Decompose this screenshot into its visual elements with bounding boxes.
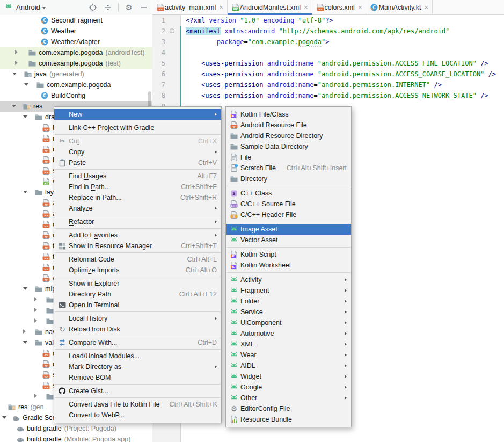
context-menu-item-convert-java-file-to-kotlin-file[interactable]: Convert Java File to Kotlin FileCtrl+Alt… [54, 399, 221, 410]
submenu-item-kotlin-worksheet[interactable]: KKotlin Worksheet [226, 260, 351, 271]
context-menu-item-reload-from-disk[interactable]: ↻Reload from Disk [54, 324, 221, 335]
tab-activity-main-xml[interactable]: <>activity_main.xml× [152, 0, 228, 15]
submenu-item-folder[interactable]: Folder [226, 296, 351, 307]
context-menu-item-analyze[interactable]: Analyze [54, 203, 221, 214]
project-view-selector[interactable]: Android [16, 3, 40, 11]
submenu-item-image-asset[interactable]: Image Asset [226, 224, 351, 235]
submenu-item-c-c-header-file[interactable]: HC/C++ Header File [226, 209, 351, 220]
chevron-expanded-icon[interactable] [12, 73, 17, 75]
context-menu-item-compare-with[interactable]: Compare With...Ctrl+D [54, 337, 221, 348]
submenu-item-service[interactable]: Service [226, 307, 351, 317]
submenu-item-wear[interactable]: Wear [226, 350, 351, 360]
close-icon[interactable]: × [304, 4, 308, 11]
submenu-item-uicomponent[interactable]: UiComponent [226, 317, 351, 328]
chevron-collapsed-icon[interactable] [34, 308, 37, 312]
context-menu-item-convert-to-webp[interactable]: Convert to WebP... [54, 410, 221, 421]
submenu-item-vector-asset[interactable]: Vector Asset [226, 235, 351, 245]
submenu-item-c-c-source-file[interactable]: C++C/C++ Source File [226, 199, 351, 209]
submenu-item-editorconfig-file[interactable]: ⚙EditorConfig File [226, 403, 351, 414]
submenu-item-kotlin-script[interactable]: KKotlin Script [226, 249, 351, 260]
submenu-item-directory[interactable]: Directory [226, 173, 351, 184]
chevron-expanded-icon[interactable] [24, 83, 28, 86]
locate-file-icon[interactable] [88, 3, 98, 12]
context-menu-item-link-c-project-with-gradle[interactable]: Link C++ Project with Gradle [54, 122, 221, 133]
context-menu-item-replace-in-path[interactable]: Replace in Path...Ctrl+Shift+R [54, 192, 221, 203]
folder-icon [230, 142, 238, 151]
chevron-expanded-icon[interactable] [23, 341, 27, 344]
chevron-expanded-icon[interactable] [23, 191, 27, 193]
context-menu-item-new[interactable]: New [54, 109, 221, 120]
context-menu-item-reformat-code[interactable]: Reformat CodeCtrl+Alt+L [54, 254, 221, 265]
submenu-item-xml[interactable]: XML [226, 339, 351, 350]
submenu-item-widget[interactable]: Widget [226, 371, 351, 382]
tree-row-java-5[interactable]: java(generated) [0, 69, 152, 79]
context-menu-item-load-unload-modules[interactable]: Load/Unload Modules... [54, 351, 221, 361]
submenu-item-fragment[interactable]: Fragment [226, 285, 351, 296]
collapse-all-icon[interactable] [103, 3, 113, 12]
chevron-collapsed-icon[interactable] [15, 61, 18, 65]
context-menu-item-optimize-imports[interactable]: Optimize ImportsCtrl+Alt+O [54, 265, 221, 276]
chevron-collapsed-icon[interactable] [34, 318, 37, 323]
android-icon [230, 372, 238, 381]
tree-row-com-example-pogoda-3[interactable]: com.example.pogoda(androidTest) [0, 47, 152, 58]
tree-row-com-example-pogoda-6[interactable]: com.example.pogoda [0, 79, 152, 90]
tab-androidmanifest-xml[interactable]: MFAndroidManifest.xml× [228, 0, 312, 15]
tab-mainactivity-kt[interactable]: CMainActivity.kt× [366, 0, 433, 15]
context-menu-item-find-in-path[interactable]: Find in Path...Ctrl+Shift+F [54, 182, 221, 192]
tree-row-build-gradle-39[interactable]: build.gradle(Module: Pogoda.app) [0, 434, 152, 442]
submenu-item-file[interactable]: File [226, 152, 351, 163]
submenu-item-scratch-file[interactable]: Scratch FileCtrl+Alt+Shift+Insert [226, 163, 351, 173]
context-menu-item-refactor[interactable]: Refactor [54, 216, 221, 227]
submenu-item-google[interactable]: Google [226, 382, 351, 393]
tree-row-build-gradle-38[interactable]: build.gradle(Project: Pogoda) [0, 423, 152, 434]
close-icon[interactable]: × [219, 4, 223, 11]
chevron-expanded-icon[interactable] [23, 287, 27, 290]
tree-row-weather-1[interactable]: CWeather [0, 26, 152, 37]
chevron-expanded-icon[interactable] [12, 105, 16, 107]
context-menu-item-paste[interactable]: PasteCtrl+V [54, 157, 221, 168]
chevron-collapsed-icon[interactable] [15, 50, 18, 54]
submenu-item-resource-bundle[interactable]: Resource Bundle [226, 414, 351, 425]
submenu-arrow-icon [345, 310, 347, 314]
submenu-item-other[interactable]: Other [226, 393, 351, 403]
tree-row-secondfragment-0[interactable]: CSecondFragment [0, 15, 152, 26]
gear-icon[interactable]: ⚙ [124, 3, 134, 12]
submenu-item-activity[interactable]: Activity [226, 274, 351, 285]
context-menu-item-local-history[interactable]: Local History [54, 313, 221, 324]
tree-row-weatheradapter-2[interactable]: CWeatherAdapter [0, 37, 152, 47]
chevron-down-icon[interactable] [42, 7, 46, 9]
fold-marker-icon[interactable] [170, 28, 174, 33]
context-menu-item-copy[interactable]: Copy [54, 147, 221, 157]
chevron-expanded-icon[interactable] [2, 416, 6, 419]
submenu-item-aidl[interactable]: AIDL [226, 360, 351, 371]
tab-colors-xml[interactable]: <>colors.xml× [312, 0, 367, 15]
context-menu-item-create-gist[interactable]: Create Gist... [54, 386, 221, 396]
submenu-item-sample-data-directory[interactable]: Sample Data Directory [226, 141, 351, 152]
chevron-collapsed-icon[interactable] [34, 297, 37, 301]
chevron-expanded-icon[interactable] [23, 115, 27, 118]
close-icon[interactable]: × [424, 4, 428, 11]
menu-item-icon-slot [57, 231, 67, 240]
context-menu-item-remove-bom[interactable]: Remove BOM [54, 372, 221, 383]
submenu-item-android-resource-file[interactable]: <>Android Resource File [226, 120, 351, 131]
svg-text:<>: <> [45, 375, 48, 378]
close-icon[interactable]: × [358, 4, 362, 11]
context-menu-item-show-in-explorer[interactable]: Show in Explorer [54, 278, 221, 289]
context-menu-item-find-usages[interactable]: Find UsagesAlt+F7 [54, 171, 221, 182]
context-menu-item-cut[interactable]: ✂CutCtrl+X [54, 136, 221, 147]
submenu-item-c-class[interactable]: SC++ Class [226, 188, 351, 199]
context-menu-item-open-in-terminal[interactable]: Open in Terminal [54, 300, 221, 310]
submenu-item-android-resource-directory[interactable]: Android Resource Directory [226, 131, 351, 141]
chevron-collapsed-icon[interactable] [23, 329, 26, 334]
context-menu-item-add-to-favorites[interactable]: Add to Favorites [54, 230, 221, 241]
tree-row-buildconfig-7[interactable]: CBuildConfig [0, 90, 152, 101]
submenu-item-automotive[interactable]: Automotive [226, 328, 351, 339]
context-menu-item-mark-directory-as[interactable]: Mark Directory as [54, 361, 221, 372]
chevron-collapsed-icon[interactable] [34, 394, 37, 398]
tree-row-com-example-pogoda-4[interactable]: com.example.pogoda(test) [0, 58, 152, 69]
submenu-item-kotlin-file-class[interactable]: KKotlin File/Class [226, 109, 351, 120]
tree-row-label: build.gradle(Module: Pogoda.app) [27, 434, 130, 442]
context-menu-item-directory-path[interactable]: Directory PathCtrl+Alt+F12 [54, 289, 221, 300]
hide-panel-icon[interactable] [139, 3, 149, 12]
context-menu-item-show-in-resource-manager[interactable]: Show In Resource ManagerCtrl+Shift+T [54, 241, 221, 251]
